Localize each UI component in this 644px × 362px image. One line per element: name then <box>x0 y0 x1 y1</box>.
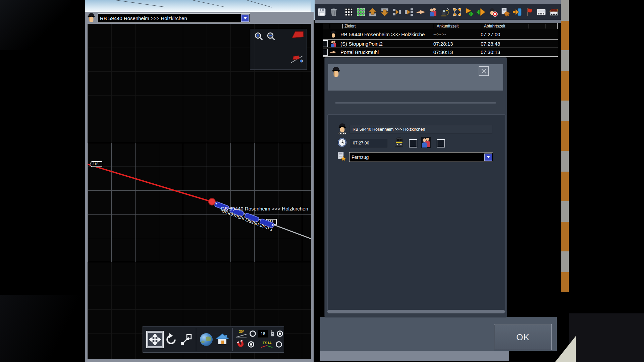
raise-icon[interactable] <box>368 7 377 17</box>
train-option-checkbox[interactable] <box>409 139 417 147</box>
row-zielort: (S) StoppingPoint2 <box>339 41 430 47</box>
clock-icon <box>337 137 347 149</box>
marker-track-icon[interactable] <box>290 53 304 67</box>
service-name-field[interactable]: RB 59440 Rosenheim >>> Holzkirchen <box>350 125 492 134</box>
collapse-arrows-icon[interactable] <box>452 7 462 17</box>
zoom-out-icon[interactable] <box>267 32 276 43</box>
ts14-overlay-radio[interactable] <box>276 341 282 348</box>
grid-white-icon[interactable] <box>344 7 354 17</box>
row-ankunft: 07:30:13 <box>430 49 477 55</box>
route-map[interactable]: 216 218 RB 59440 Rosenheim >>> Holzkirch… <box>88 24 311 359</box>
hand-pointer-icon <box>328 50 339 55</box>
row-checkbox[interactable] <box>323 49 328 56</box>
driver-icon <box>87 12 96 24</box>
gradient-label: 30° <box>239 330 244 334</box>
fuel-pump-icon[interactable] <box>440 7 450 17</box>
passengers-icon <box>328 40 339 47</box>
save-icon[interactable] <box>317 7 326 17</box>
background-shape <box>0 295 85 362</box>
row-zielort: Portal Bruckmühl <box>339 49 430 55</box>
gradient-overlay-icon: 30° <box>235 330 248 338</box>
home-icon <box>216 334 229 346</box>
dialog-separator <box>335 102 496 104</box>
magnet-snap-icon <box>235 339 247 350</box>
row-ankunft: --:--:-- <box>430 32 477 37</box>
pan-tool-button[interactable] <box>146 331 164 348</box>
hand-pointer-icon[interactable] <box>416 7 426 17</box>
train-service-dropdown[interactable]: RB 59440 Rosenheim >>> Holzkirchen <box>98 13 250 23</box>
value-box: 18 <box>258 330 268 338</box>
add-service-icon[interactable] <box>464 7 474 17</box>
passengers-option-checkbox[interactable] <box>437 139 445 147</box>
timetable-row-portal[interactable]: Portal Bruckmühl 07:30:13 07:30:13 <box>323 48 558 57</box>
train-map-label: RB 59440 Rosenheim >>> Holzkirchen <box>221 206 308 212</box>
jump-to-button[interactable] <box>178 332 194 347</box>
home-view-button[interactable] <box>214 332 230 347</box>
train-front-icon <box>395 137 404 149</box>
background-shape <box>0 0 70 50</box>
flag-icon[interactable] <box>524 7 534 17</box>
map-window: RB 59440 Rosenheim >>> Holzkirchen 216 2… <box>85 12 314 362</box>
passengers-icon <box>421 137 431 149</box>
trash-icon[interactable] <box>329 7 338 17</box>
timetable-row-service[interactable]: RB 59440 Rosenheim >>> Holzkirche --:--:… <box>323 29 558 40</box>
map-nav-toolbar: 30° 18 <box>143 326 284 353</box>
jump-to-icon <box>180 333 193 346</box>
editor-toolbar <box>315 4 561 20</box>
ts14-label: TS14 <box>263 341 271 345</box>
passengers-icon[interactable] <box>428 7 438 17</box>
radio-handset-radio[interactable] <box>277 330 283 337</box>
service-name-row: RB 59440 Rosenheim >>> Holzkirchen <box>338 123 492 136</box>
marker-large-icon[interactable] <box>292 31 304 40</box>
remove-driver-icon[interactable] <box>488 7 498 17</box>
close-button[interactable] <box>479 66 489 76</box>
depot-icon[interactable] <box>549 7 558 17</box>
background-shape <box>569 313 644 362</box>
row-abfahrt: 07:28:48 <box>477 41 525 47</box>
row-checkbox[interactable] <box>323 40 328 47</box>
train-type-value: Fernzug <box>350 155 484 160</box>
world-view-button[interactable] <box>198 332 214 347</box>
map-overlay-panel <box>250 29 307 70</box>
grid-green-icon[interactable] <box>356 7 365 17</box>
dialog-bottom-strip <box>320 351 509 361</box>
dialog-header <box>328 64 503 90</box>
col-zielort: Zielort <box>342 24 434 28</box>
map-topbar: RB 59440 Rosenheim >>> Holzkirchen <box>85 12 314 24</box>
route-lines <box>88 24 311 359</box>
zoom-in-icon[interactable] <box>254 32 264 43</box>
portal-icon[interactable] <box>513 7 522 17</box>
dialog-content-panel: RB 59440 Rosenheim >>> Holzkirchen 07:27… <box>327 114 505 313</box>
driver-icon <box>338 123 347 136</box>
row-abfahrt: 07:30:13 <box>477 49 525 55</box>
lower-icon[interactable] <box>380 7 389 17</box>
magnet-snap-radio[interactable] <box>248 341 254 348</box>
timetable-row-stop[interactable]: (S) StoppingPoint2 07:28:13 07:28:48 <box>323 40 558 48</box>
driver-instruction-dialog: RB 59440 Rosenheim >>> Holzkirchen 07:27… <box>324 57 507 317</box>
driver-icon <box>331 66 341 79</box>
ok-button[interactable]: OK <box>494 324 552 350</box>
train-type-dropdown[interactable]: Fernzug <box>349 152 493 162</box>
globe-icon <box>200 333 213 346</box>
radio-handset-icon <box>270 330 275 338</box>
departure-time-field[interactable]: 07:27:00 <box>350 139 387 147</box>
close-icon <box>480 68 487 74</box>
gradient-overlay-radio[interactable] <box>250 330 256 337</box>
track-marker-216[interactable]: 216 <box>90 161 102 167</box>
pan-arrows-icon <box>148 333 162 346</box>
background-pole <box>561 0 569 292</box>
add-service-alt-icon[interactable] <box>476 7 486 17</box>
row-abfahrt: 07:27:00 <box>477 32 525 37</box>
insert-before-icon[interactable] <box>392 7 401 17</box>
timetable-header: Zielort Ankunftszeit Abfahrtszeit <box>323 23 558 29</box>
sky-strip <box>85 0 315 12</box>
train-service-dropdown-value: RB 59440 Rosenheim >>> Holzkirchen <box>98 15 241 21</box>
platform-icon[interactable] <box>536 7 546 17</box>
service-settings-icon[interactable] <box>500 7 510 17</box>
scenario-editor-screen: RB 59440 Rosenheim >>> Holzkirchen 216 2… <box>0 0 644 362</box>
rotate-view-button[interactable] <box>164 332 178 347</box>
chevron-down-icon[interactable] <box>484 154 492 161</box>
insert-after-icon[interactable] <box>404 7 414 17</box>
col-abfahrtszeit: Abfahrtszeit <box>481 24 529 28</box>
chevron-down-icon[interactable] <box>241 14 249 22</box>
